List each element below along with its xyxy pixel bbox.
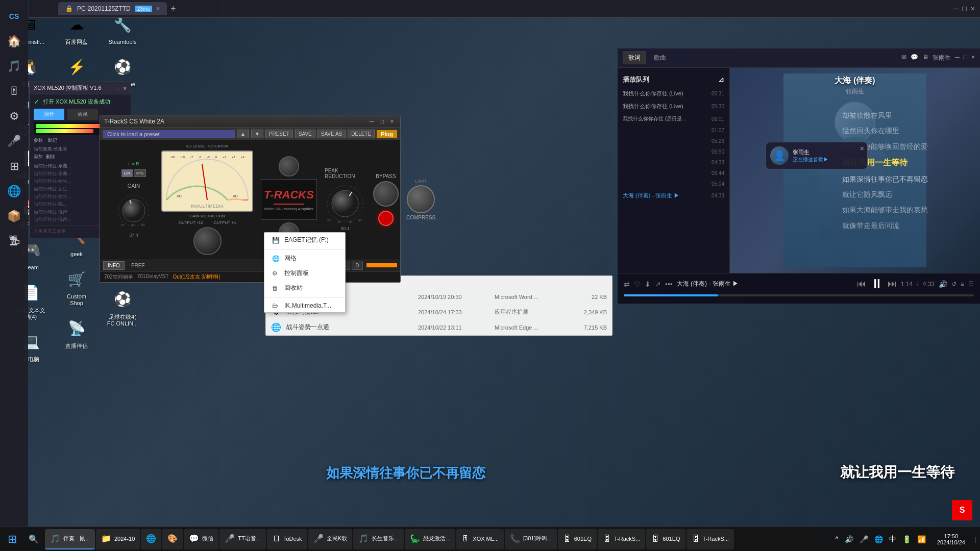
plugin-minimize-btn[interactable]: ─	[368, 117, 376, 126]
preset-up-btn[interactable]: ▲	[237, 130, 249, 138]
player-maximize-btn[interactable]: □	[964, 54, 967, 62]
xox-memo-btn[interactable]: 助记	[48, 137, 57, 144]
file-row-2[interactable]: 🌐 战斗姿势一点通 2024/10/22 13:11 Microsoft Edg…	[266, 320, 612, 335]
pref-tab[interactable]: PREF	[127, 261, 150, 270]
player-progress-bar[interactable]	[624, 294, 974, 296]
taskbar-app-601eq[interactable]: 🎛 601EQ	[558, 529, 597, 549]
lyrics-tab[interactable]: 歌词	[623, 52, 646, 64]
tray-wifi-icon[interactable]: 📶	[915, 534, 928, 544]
share-icon[interactable]: ↗	[655, 280, 661, 288]
player-share-icon[interactable]: ✉	[901, 54, 906, 62]
download-icon[interactable]: ⬇	[645, 280, 651, 288]
context-item-ik[interactable]: 🗁 IK.Multimedia.T...	[264, 299, 345, 312]
playlist-item-4[interactable]: 05:26	[618, 136, 729, 146]
preset-down-btn[interactable]: ▼	[251, 130, 263, 138]
taskbar-app-wechat[interactable]: 💬 微信	[184, 529, 218, 549]
playlist-item-5[interactable]: 06:50	[618, 146, 729, 157]
gain-reduction-knob[interactable]	[193, 227, 222, 255]
next-btn[interactable]: ⏭	[888, 279, 897, 289]
small-knob-top[interactable]	[279, 156, 299, 177]
plugin-close-btn[interactable]: ×	[388, 117, 396, 126]
xox-minimize-btn[interactable]: —	[115, 85, 120, 91]
more-icon[interactable]: •••	[665, 280, 673, 288]
taskbar-app-karaoke[interactable]: 🎤 全民K歌	[308, 529, 352, 549]
xox-param-btn[interactable]: 参数	[34, 137, 43, 144]
volume-icon[interactable]: 🔊	[939, 280, 947, 288]
taskbar-app-folder[interactable]: 📁 2024-10	[96, 529, 140, 549]
playlist-tab-btn[interactable]: 歌曲	[648, 52, 672, 64]
playlist-icon[interactable]: ☰	[968, 281, 974, 288]
sidebar-icon-package[interactable]: 📦	[3, 205, 26, 228]
tray-network-icon[interactable]: 🌐	[872, 534, 885, 544]
playlist-item-2[interactable]: 我找什么你你存往 (后日是... 06:01	[618, 113, 729, 125]
context-item-recycle[interactable]: 🗑 回收站	[264, 281, 345, 295]
playlist-item-7[interactable]: 06:44	[618, 168, 729, 179]
taskbar-app-tracks2[interactable]: 🎛 T-RackS...	[687, 529, 734, 549]
sidebar-icon-zip[interactable]: 🗜	[3, 230, 26, 253]
tray-expand-btn[interactable]: ^	[833, 534, 841, 544]
maximize-button[interactable]: □	[962, 5, 966, 13]
player-comment-icon[interactable]: 💬	[911, 54, 918, 62]
playmode-icon[interactable]: ⇄	[624, 280, 630, 288]
xox-del-btn[interactable]: 删除	[46, 154, 55, 160]
ms-mode-btn[interactable]: M/S	[134, 169, 146, 177]
taskbar-app-xox[interactable]: 🎚 XOX ML...	[456, 529, 504, 549]
tray-battery-icon[interactable]: 🔋	[900, 534, 913, 544]
notif-close-btn[interactable]: ×	[860, 144, 864, 153]
minimize-button[interactable]: ─	[953, 5, 958, 13]
sidebar-icon-mic[interactable]: 🎤	[3, 130, 26, 153]
tray-volume-icon[interactable]: 🔊	[843, 534, 855, 544]
sidebar-icon-music[interactable]: 🎵	[3, 55, 26, 78]
taskbar-app-edge[interactable]: 🌐	[141, 529, 161, 549]
lr-mode-btn[interactable]: L/R	[121, 169, 133, 177]
lyrics-icon[interactable]: ≡	[961, 281, 964, 288]
playlist-item-0[interactable]: 我找什么你你存往 (Live) 05:31	[618, 87, 729, 100]
compress-knob[interactable]	[407, 185, 435, 213]
taskbar-app-todesk[interactable]: 🖥 ToDesk	[267, 529, 307, 549]
xox-close-btn[interactable]: ×	[124, 85, 127, 91]
xox-add-btn[interactable]: 添加	[34, 154, 43, 160]
context-item-eagetji[interactable]: 💾 EAGET记忆 (F:)	[264, 233, 345, 247]
taskbar-app-tracks1[interactable]: 🎛 T-RackS...	[598, 529, 645, 549]
channel-d-btn[interactable]: D	[352, 261, 363, 270]
info-tab[interactable]: INFO	[103, 261, 125, 270]
repeat-icon[interactable]: ↺	[951, 281, 957, 288]
sidebar-icon-windows[interactable]: ⊞	[3, 155, 26, 178]
taskbar-app-ps[interactable]: 🎨	[162, 529, 183, 549]
show-desktop-btn[interactable]: |	[970, 536, 980, 543]
player-close-btn[interactable]: ×	[971, 54, 975, 62]
pause-btn[interactable]: ⏸	[870, 276, 884, 292]
preset-saveas-btn[interactable]: SAVE AS	[317, 130, 346, 138]
sidebar-icon-effects[interactable]: 🎚	[3, 80, 26, 103]
taskbar-app-601eq2[interactable]: 🎛 601EQ	[646, 529, 685, 549]
browser-tab[interactable]: 🔒 PC-20201125ZTTD 23ms ×	[58, 2, 167, 15]
sidebar-icon-custom-shop[interactable]: CS	[3, 5, 26, 28]
close-button[interactable]: ×	[971, 5, 975, 13]
tray-mic-icon[interactable]: 🎤	[857, 534, 870, 544]
playlist-expand-icon[interactable]: ⊿	[718, 76, 724, 84]
sidebar-icon-settings[interactable]: ⚙	[3, 105, 26, 128]
sidebar-icon-home[interactable]: 🏠	[3, 30, 26, 53]
xox-mix-btn[interactable]: 混音	[34, 109, 64, 120]
search-button[interactable]: 🔍	[24, 530, 43, 548]
bypass-knob[interactable]	[373, 181, 399, 207]
playlist-item-active[interactable]: 大海 (伴奏) - 张雨生 ▶ 04:33	[618, 189, 729, 202]
desktop-icon-custom-shop[interactable]: 🛒 CustomShop	[56, 265, 97, 309]
playlist-item-1[interactable]: 我找什么你你存往 (Live) 05:30	[618, 100, 729, 113]
taskbar-app-tt[interactable]: 🎤 TT语音...	[219, 529, 266, 549]
preset-selector[interactable]: Click to load a preset	[103, 130, 235, 138]
playlist-item-3[interactable]: 01:07	[618, 125, 729, 136]
start-button[interactable]: ⊞	[0, 527, 24, 552]
system-clock[interactable]: 17:50 2024/10/24	[932, 533, 970, 545]
player-screen-icon[interactable]: 🖥	[922, 54, 928, 62]
context-item-control[interactable]: ⚙ 控制面板	[264, 266, 345, 281]
prev-btn[interactable]: ⏮	[857, 279, 866, 289]
like-icon[interactable]: ♡	[634, 280, 641, 288]
taskbar-app-dinosaur[interactable]: 🦕 恐龙激活...	[405, 529, 455, 549]
playlist-item-8[interactable]: 05:04	[618, 179, 729, 189]
taskbar-app-301[interactable]: 📞 [301]呼叫...	[505, 529, 557, 549]
xox-effect-btn[interactable]: 效果	[67, 109, 98, 120]
tray-keyboard-icon[interactable]: 中	[887, 534, 898, 545]
plugin-maximize-btn[interactable]: □	[378, 117, 386, 126]
tab-close-btn[interactable]: ×	[156, 5, 160, 12]
